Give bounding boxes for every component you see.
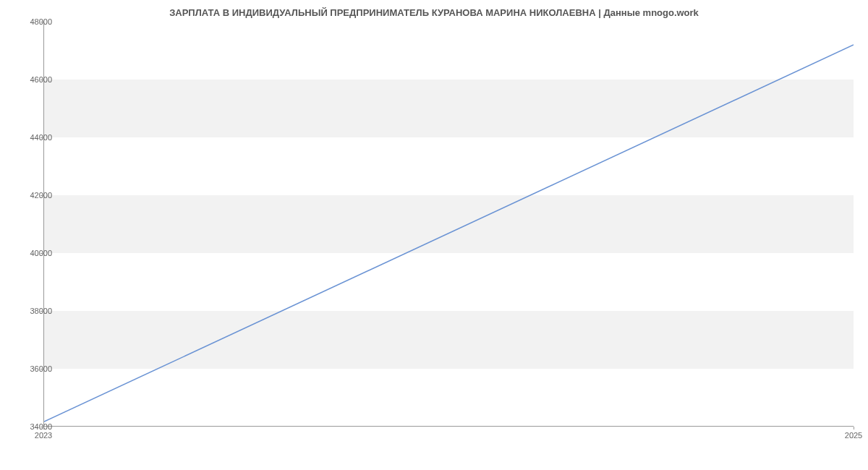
grid-band (44, 311, 854, 369)
y-axis-tick-label: 48000 (16, 17, 52, 26)
plot-area (43, 22, 854, 427)
y-axis-tick-label: 34000 (16, 422, 52, 431)
x-axis-tick-mark (43, 427, 44, 430)
y-axis-tick-label: 44000 (16, 133, 52, 142)
y-axis-tick-mark (41, 195, 43, 196)
chart-title: ЗАРПЛАТА В ИНДИВИДУАЛЬНЫЙ ПРЕДПРИНИМАТЕЛ… (0, 7, 868, 18)
x-axis-tick-label: 2023 (35, 431, 52, 440)
y-axis-tick-mark (41, 311, 43, 312)
y-axis-tick-mark (41, 22, 43, 22)
y-axis-tick-mark (41, 253, 43, 254)
grid-band (44, 195, 854, 253)
y-axis-tick-mark (41, 369, 43, 369)
y-axis-tick-mark (41, 80, 43, 80)
y-axis-tick-label: 36000 (16, 364, 52, 373)
y-axis-tick-label: 42000 (16, 191, 52, 200)
y-axis-tick-label: 40000 (16, 249, 52, 257)
y-axis-tick-label: 38000 (16, 307, 52, 315)
y-axis-tick-label: 46000 (16, 75, 52, 84)
chart-container: ЗАРПЛАТА В ИНДИВИДУАЛЬНЫЙ ПРЕДПРИНИМАТЕЛ… (0, 0, 868, 470)
grid-band (44, 80, 854, 137)
x-axis-tick-mark (854, 427, 854, 430)
x-axis-tick-label: 2025 (845, 431, 862, 440)
y-axis-tick-mark (41, 137, 43, 138)
